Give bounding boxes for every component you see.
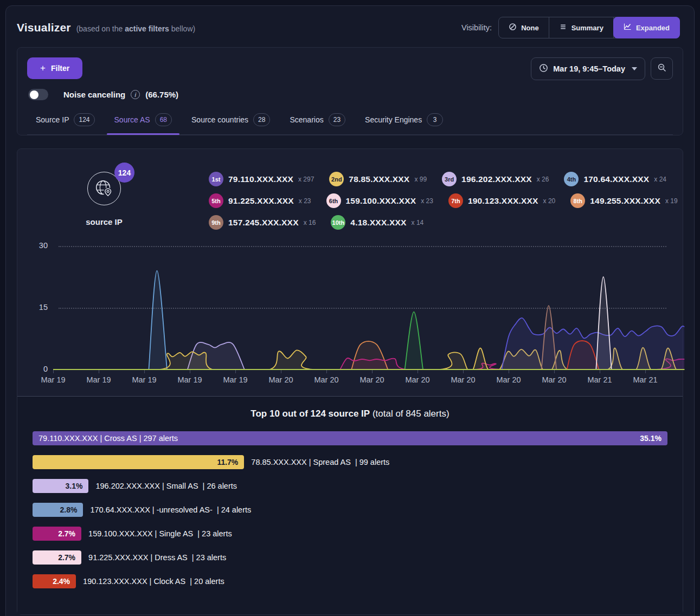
tab-label: Security Engines (365, 115, 422, 124)
rank-ip: 79.110.XXX.XXX (228, 174, 293, 184)
rank-item-9th[interactable]: 9th157.245.XXX.XXXx 16 (209, 215, 316, 230)
rank-ip: 190.123.XXX.XXX (468, 196, 538, 206)
rank-count: x 99 (414, 176, 427, 183)
visibility-option-label: Expanded (636, 24, 670, 32)
top10-bar-row[interactable]: 2.8%170.64.XXX.XXX | -unresolved AS- | 2… (33, 503, 667, 517)
y-axis-label: 15 (28, 303, 48, 312)
visibility-option-expanded[interactable]: Expanded (613, 17, 680, 38)
rank-count: x 16 (304, 219, 316, 226)
tab-source-ip[interactable]: Source IP124 (28, 109, 102, 134)
entity-count-badge: 124 (114, 163, 134, 183)
rank-item-3rd[interactable]: 3rd196.202.XXX.XXXx 26 (442, 172, 549, 186)
expanded-icon (624, 23, 632, 33)
x-axis-label: Mar 20 (542, 375, 566, 384)
visibility-segmented-control: NoneSummaryExpanded (498, 17, 680, 38)
x-axis-label: Mar 19 (223, 375, 247, 384)
rank-item-5th[interactable]: 5th91.225.XXX.XXXx 23 (209, 193, 311, 208)
tab-source-countries[interactable]: Source countries28 (184, 109, 278, 134)
x-axis-label: Mar 19 (41, 375, 65, 384)
x-axis-label: Mar 19 (86, 375, 111, 384)
visibility-option-summary[interactable]: Summary (549, 17, 614, 38)
top10-section: Top 10 out of 124 source IP (total of 84… (17, 397, 683, 614)
rank-row: 9th157.245.XXX.XXXx 1610th4.18.XXX.XXXx … (209, 215, 678, 230)
x-axis-label: Mar 19 (132, 375, 156, 384)
add-filter-button[interactable]: + Filter (27, 57, 82, 79)
rank-badge: 10th (331, 215, 345, 230)
bar-label: 159.100.XXX.XXX | Single AS | 23 alerts (88, 529, 232, 538)
noise-canceling-label: Noise canceling (63, 90, 125, 99)
rank-count: x 23 (421, 197, 433, 205)
tab-source-as[interactable]: Source AS68 (107, 109, 180, 134)
magnifier-minus-icon (657, 63, 667, 74)
tab-label: Source AS (114, 115, 150, 124)
bar-label: 196.202.XXX.XXX | Small AS | 26 alerts (95, 482, 237, 490)
tab-count-badge: 68 (155, 113, 172, 126)
percentage-bar: 2.4% (33, 574, 76, 588)
rank-item-1st[interactable]: 1st79.110.XXX.XXXx 297 (209, 172, 314, 186)
rank-badge: 6th (326, 193, 341, 208)
rank-item-7th[interactable]: 7th190.123.XXX.XXXx 20 (448, 193, 555, 208)
x-axis-label: Mar 20 (405, 375, 429, 384)
rank-badge: 9th (209, 215, 223, 230)
tab-scenarios[interactable]: Scenarios23 (282, 109, 353, 134)
toggle-knob (30, 90, 38, 99)
top10-bar-list: 79.110.XXX.XXX | Cross AS | 297 alerts35… (33, 431, 667, 588)
rank-badge: 7th (448, 193, 463, 208)
noise-canceling-toggle[interactable] (28, 89, 48, 100)
bar-percentage: 2.8% (60, 505, 77, 514)
top10-heading-bold: Top 10 out of 124 source IP (251, 408, 370, 419)
panel-header: Visualizer (based on the active filters … (6, 6, 694, 43)
x-axis-label: Mar 20 (314, 375, 338, 384)
bar-label: 79.110.XXX.XXX | Cross AS | 297 alerts (38, 434, 178, 443)
rank-ip: 149.255.XXX.XXX (590, 196, 660, 206)
rank-count: x 20 (543, 197, 556, 205)
top10-bar-row[interactable]: 3.1%196.202.XXX.XXX | Small AS | 26 aler… (33, 479, 667, 493)
rank-item-4th[interactable]: 4th170.64.XXX.XXXx 24 (564, 172, 666, 186)
date-range-label: Mar 19, 9:45–Today (553, 64, 625, 73)
series-area-4.18.XXX.XXX (404, 312, 423, 369)
tab-count-badge: 23 (329, 113, 345, 126)
top10-bar-row[interactable]: 2.4%190.123.XXX.XXX | Clock AS | 20 aler… (33, 574, 667, 588)
rank-count: x 14 (412, 219, 424, 226)
chart-summary-row: 124 source IP 1st79.110.XXX.XXXx 2972nd7… (17, 163, 683, 230)
bar-percentage: 3.1% (65, 482, 82, 490)
noise-canceling-percentage: (66.75%) (145, 90, 178, 99)
top10-bar-row[interactable]: 79.110.XXX.XXX | Cross AS | 297 alerts35… (33, 431, 667, 445)
chart-x-axis-labels: Mar 19Mar 19Mar 19Mar 19Mar 19Mar 20Mar … (53, 372, 666, 388)
visibility-label: Visibility: (461, 23, 492, 32)
rank-ip: 4.18.XXX.XXX (350, 218, 406, 228)
tab-security-engines[interactable]: Security Engines3 (357, 109, 451, 134)
bar-percentage: 2.4% (53, 577, 70, 586)
rank-badge: 3rd (442, 172, 457, 186)
bar-label: 190.123.XXX.XXX | Clock AS | 20 alerts (83, 577, 224, 586)
plus-icon: + (40, 66, 46, 71)
x-axis-label: Mar 21 (587, 375, 612, 384)
zoom-out-button[interactable] (651, 57, 673, 80)
bar-label: 91.225.XXX.XXX | Dress AS | 23 alerts (88, 553, 226, 562)
rank-count: x 19 (665, 197, 678, 205)
percentage-bar: 11.7% (33, 455, 244, 469)
top10-bar-row[interactable]: 2.7%91.225.XXX.XXX | Dress AS | 23 alert… (33, 550, 667, 565)
top10-bar-row[interactable]: 11.7%78.85.XXX.XXX | Spread AS | 99 aler… (33, 455, 667, 469)
bar-percentage: 35.1% (640, 434, 662, 443)
entity-summary: 124 source IP (72, 163, 137, 226)
bar-label: 78.85.XXX.XXX | Spread AS | 99 alerts (251, 458, 389, 466)
date-range-button[interactable]: Mar 19, 9:45–Today (531, 57, 645, 80)
x-axis-label: Mar 21 (633, 375, 657, 384)
top10-bar-row[interactable]: 2.7%159.100.XXX.XXX | Single AS | 23 ale… (33, 527, 667, 541)
tab-count-badge: 28 (253, 113, 270, 126)
rank-item-6th[interactable]: 6th159.100.XXX.XXXx 23 (326, 193, 433, 208)
add-filter-label: Filter (51, 64, 69, 73)
rank-badge: 2nd (329, 172, 344, 186)
rank-item-8th[interactable]: 8th149.255.XXX.XXXx 19 (570, 193, 677, 208)
rank-count: x 23 (299, 197, 311, 205)
clock-icon (539, 63, 548, 74)
rank-item-2nd[interactable]: 2nd78.85.XXX.XXXx 99 (329, 172, 427, 186)
tab-count-badge: 124 (74, 113, 94, 126)
visibility-option-none[interactable]: None (499, 17, 549, 38)
rank-item-10th[interactable]: 10th4.18.XXX.XXXx 14 (331, 215, 423, 230)
tab-label: Source IP (36, 115, 69, 124)
page-title: Visualizer (17, 21, 71, 34)
tab-count-badge: 3 (427, 113, 443, 126)
info-icon[interactable]: i (131, 90, 140, 99)
